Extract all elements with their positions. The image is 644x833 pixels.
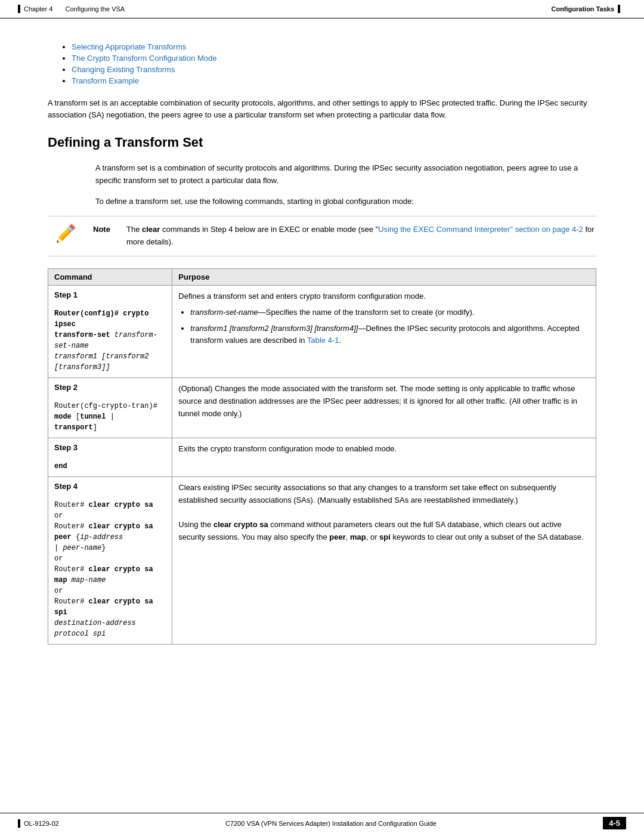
page-header: Chapter 4 Configuring the VSA Configurat…: [0, 0, 644, 18]
header-divider: [56, 5, 61, 13]
step2-label: Step 2: [54, 383, 78, 392]
step4-purpose: Clears existing IPSec security associati…: [172, 476, 596, 644]
step1-cell: Step 1 Router(config)# crypto ipsec tran…: [48, 285, 172, 377]
main-content: Selecting Appropriate Transforms The Cry…: [0, 18, 644, 668]
note-box: ✏️ Note The clear commands in Step 4 bel…: [48, 216, 596, 256]
exec-command-link[interactable]: Using the EXEC Command Interpreter" sect…: [378, 225, 583, 234]
crypto-transform-link[interactable]: The Crypto Transform Configuration Mode: [72, 54, 217, 63]
body-para-2: To define a transform set, use the follo…: [95, 196, 596, 208]
pencil-icon: ✏️: [55, 224, 76, 243]
step3-label: Step 3: [54, 443, 78, 452]
note-icon-col: ✏️: [48, 224, 83, 243]
footer-bar-left: [18, 819, 20, 828]
step4-cell: Step 4 Router# clear crypto sa or Router…: [48, 476, 172, 644]
header-right: Configuration Tasks: [551, 5, 620, 13]
step4-purpose-para2: Using the clear crypto sa command withou…: [178, 519, 590, 544]
note-bold-clear: clear: [142, 225, 160, 234]
step2-cell: Step 2 Router(cfg-crypto-tran)# mode [tu…: [48, 377, 172, 438]
chapter-label: Chapter 4: [24, 5, 52, 13]
table-row: Step 2 Router(cfg-crypto-tran)# mode [tu…: [48, 377, 596, 438]
list-item: The Crypto Transform Configuration Mode: [72, 54, 596, 63]
chapter-title: Configuring the VSA: [65, 5, 125, 13]
page-footer: OL-9129-02 C7200 VSA (VPN Services Adapt…: [0, 813, 644, 833]
table-header-row: Command Purpose: [48, 268, 596, 285]
step3-cell: Step 3 end: [48, 438, 172, 476]
step2-command: Router(cfg-crypto-tran)# mode [tunnel | …: [54, 402, 157, 432]
note-label: Note: [93, 224, 117, 234]
step4-command: Router# clear crypto sa or Router# clear…: [54, 501, 153, 638]
footer-center: C7200 VSA (VPN Services Adapter) Install…: [225, 820, 436, 827]
step1-purpose: Defines a transform set and enters crypt…: [172, 285, 596, 377]
command-col-header: Command: [48, 268, 172, 285]
list-item: transform-set-name—Specifies the name of…: [190, 306, 590, 319]
config-tasks-label: Configuration Tasks: [551, 5, 614, 13]
transform-example-link[interactable]: Transform Example: [72, 76, 139, 85]
list-item: Transform Example: [72, 76, 596, 85]
top-bullet-list: Selecting Appropriate Transforms The Cry…: [72, 42, 596, 85]
list-item: transform1 [transform2 [transform3] [tra…: [190, 323, 590, 348]
header-bar-left: [18, 5, 20, 13]
step3-purpose: Exits the crypto transform configuration…: [172, 438, 596, 476]
table-row: Step 1 Router(config)# crypto ipsec tran…: [48, 285, 596, 377]
step1-command: Router(config)# crypto ipsec transform-s…: [54, 309, 157, 371]
footer-left: OL-9129-02: [18, 819, 59, 828]
step4-purpose-para1: Clears existing IPSec security associati…: [178, 482, 590, 507]
list-item: Selecting Appropriate Transforms: [72, 42, 596, 51]
footer-doc-id: OL-9129-02: [24, 820, 59, 827]
selecting-transforms-link[interactable]: Selecting Appropriate Transforms: [72, 42, 186, 51]
changing-transforms-link[interactable]: Changing Existing Transforms: [72, 65, 175, 74]
step4-label: Step 4: [54, 482, 78, 491]
step1-purpose-list: transform-set-name—Specifies the name of…: [190, 306, 590, 347]
section-heading: Defining a Transform Set: [48, 135, 596, 153]
note-text: The clear commands in Step 4 below are i…: [126, 224, 596, 249]
table-row: Step 4 Router# clear crypto sa or Router…: [48, 476, 596, 644]
intro-paragraph: A transform set is an acceptable combina…: [48, 97, 596, 120]
body-para-1: A transform set is a combination of secu…: [95, 162, 596, 187]
step2-purpose: (Optional) Changes the mode associated w…: [172, 377, 596, 438]
page-number: 4-5: [603, 817, 626, 829]
table-4-1-link[interactable]: Table 4-1: [307, 336, 339, 345]
header-left: Chapter 4 Configuring the VSA: [18, 5, 125, 13]
command-table: Command Purpose Step 1 Router(config)# c…: [48, 268, 596, 645]
step3-command: end: [54, 462, 67, 470]
step1-label: Step 1: [54, 290, 78, 299]
purpose-col-header: Purpose: [172, 268, 596, 285]
table-row: Step 3 end Exits the crypto transform co…: [48, 438, 596, 476]
header-bar-right: [618, 5, 620, 13]
list-item: Changing Existing Transforms: [72, 65, 596, 74]
